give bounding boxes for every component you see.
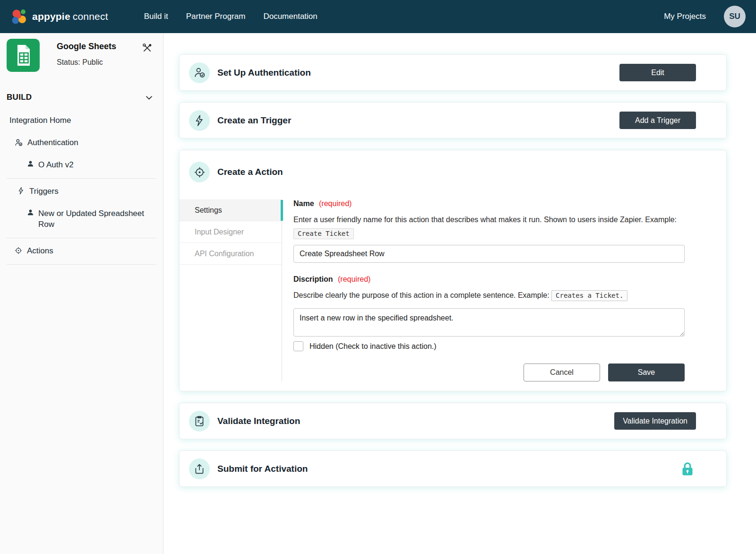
card-title: Submit for Activation [217,464,308,474]
tab-input-designer[interactable]: Input Designer [180,221,282,243]
validate-integration-button[interactable]: Validate Integration [614,412,696,430]
sidebar-item-new-or-updated-spreadsheet-row[interactable]: New or Updated Spreadsheet Row [0,203,163,236]
sidebar-item-actions[interactable]: Actions [0,240,163,262]
name-example-chip: Create Ticket [293,228,354,239]
name-example-line: Create Ticket [293,229,685,238]
google-sheets-icon [7,39,40,72]
sidebar-item-label: Actions [27,246,53,257]
name-help-text: Enter a user friendly name for this acti… [293,214,685,225]
build-section-label: BUILD [7,93,32,102]
brand-name: appypie [32,11,70,22]
brand-text: appypieconnect [32,11,108,22]
form-buttons: Cancel Save [293,364,685,381]
add-trigger-button[interactable]: Add a Trigger [619,112,696,129]
description-label-row: Discription (required) [293,275,685,284]
sidebar-item-oauth-v2[interactable]: O Auth v2 [0,154,163,176]
card-create-trigger: Create an Trigger Add a Trigger [179,102,727,138]
description-required-label: (required) [338,275,370,283]
lock-icon [679,460,696,477]
nav-link-partner-program[interactable]: Partner Program [186,12,246,21]
main-content: Set Up Authentication Edit Create an Tri… [163,33,756,554]
action-target-icon [189,162,210,182]
card-title: Validate Integration [217,416,300,426]
card-submit-for-activation: Submit for Activation [179,450,727,487]
tools-icon[interactable] [142,43,153,55]
sidebar-divider [7,238,156,238]
target-icon [14,246,23,255]
description-example-chip: Creates a Ticket. [551,290,627,301]
action-form-content: Name (required) Enter a user friendly na… [282,199,726,381]
person-icon [27,209,34,216]
navbar-links: Build it Partner Program Documentation [144,12,318,21]
tab-settings[interactable]: Settings [180,199,282,221]
appypie-logo[interactable]: appypieconnect [10,8,108,25]
name-required-label: (required) [319,199,352,208]
sidebar-item-authentication[interactable]: Authentication [0,132,163,154]
auth-user-icon [14,138,23,147]
name-label-row: Name (required) [293,199,685,208]
sidebar-item-label: Triggers [29,186,59,197]
card-set-up-authentication: Set Up Authentication Edit [179,54,727,91]
save-button[interactable]: Save [608,364,685,381]
brand-suffix: connect [73,11,108,22]
submit-share-icon [189,459,210,479]
appypie-logo-icon [10,8,27,25]
app-header: Google Sheets Status: Public [0,37,163,77]
card-create-action: Create a Action Settings Input Designer … [179,150,727,391]
hidden-checkbox[interactable] [293,341,303,351]
sidebar-item-triggers[interactable]: Triggers [0,181,163,203]
card-title: Create an Trigger [217,115,291,126]
lightning-icon [17,187,25,195]
navbar-right: My Projects SU [664,6,746,27]
action-form-tabs: Settings Input Designer API Configuratio… [180,199,282,381]
hidden-checkbox-label: Hidden (Check to inactive this action.) [309,342,437,351]
description-label: Discription [293,275,333,283]
card-title: Create a Action [217,167,283,177]
app-name: Google Sheets [57,42,116,52]
trigger-lightning-icon [189,110,210,131]
sidebar-item-label: O Auth v2 [38,160,74,171]
card-validate-integration: Validate Integration Validate Integratio… [179,403,727,439]
hidden-checkbox-row: Hidden (Check to inactive this action.) [293,341,685,351]
sidebar-divider [7,178,156,179]
action-name-input[interactable] [293,245,685,263]
validate-checklist-icon [189,411,210,432]
app-status: Status: Public [57,58,116,67]
description-help-text: Describe clearly the purpose of this act… [293,290,685,301]
sidebar-item-label: Authentication [27,138,78,148]
person-icon [27,160,34,167]
cancel-button[interactable]: Cancel [524,364,600,381]
nav-link-build-it[interactable]: Build it [144,12,168,21]
chevron-down-icon[interactable] [145,93,154,102]
tab-api-configuration[interactable]: API Configuration [180,243,282,265]
description-help-label: Describe clearly the purpose of this act… [293,291,550,299]
action-description-textarea[interactable]: Insert a new row in the specified spread… [293,308,685,337]
sidebar: Google Sheets Status: Public BUILD [0,33,163,554]
sidebar-item-label: Integration Home [9,115,71,126]
sidebar-item-label: New or Updated Spreadsheet Row [38,208,147,230]
sidebar-divider [7,264,156,265]
user-avatar[interactable]: SU [724,6,746,27]
authentication-icon [189,62,210,83]
nav-link-documentation[interactable]: Documentation [263,12,317,21]
name-label: Name [293,199,314,208]
edit-button[interactable]: Edit [619,64,696,81]
build-section-header: BUILD [0,77,163,110]
sidebar-item-integration-home[interactable]: Integration Home [0,110,163,132]
card-title: Set Up Authentication [217,68,311,78]
my-projects-link[interactable]: My Projects [664,12,706,21]
top-navbar: appypieconnect Build it Partner Program … [0,0,756,33]
